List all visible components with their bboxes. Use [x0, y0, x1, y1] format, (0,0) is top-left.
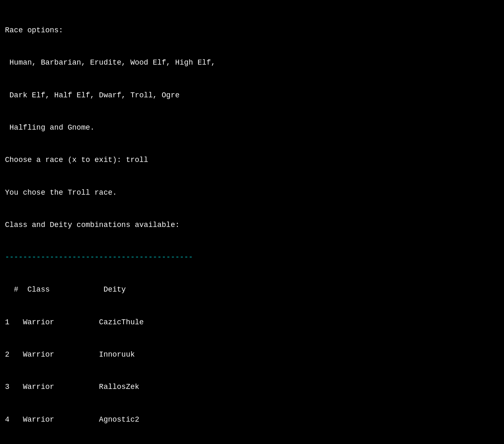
- line-class-deity-header: Class and Deity combinations available:: [5, 220, 499, 230]
- line-option-3: 3 Warrior RallosZek: [5, 381, 499, 392]
- line-chose-race: You chose the Troll race.: [5, 187, 499, 198]
- line-option-2: 2 Warrior Innoruuk: [5, 349, 499, 360]
- line-races-1: Human, Barbarian, Erudite, Wood Elf, Hig…: [5, 57, 499, 68]
- line-table-header: # Class Deity: [5, 284, 499, 295]
- line-race-options: Race options:: [5, 25, 499, 36]
- line-option-1: 1 Warrior CazicThule: [5, 317, 499, 328]
- line-option-4: 4 Warrior Agnostic2: [5, 414, 499, 425]
- line-choose-race: Choose a race (x to exit): troll: [5, 154, 499, 165]
- line-separator: ----------------------------------------…: [5, 252, 499, 263]
- line-races-3: Halfling and Gnome.: [5, 122, 499, 133]
- line-races-2: Dark Elf, Half Elf, Dwarf, Troll, Ogre: [5, 90, 499, 101]
- terminal-output: Race options: Human, Barbarian, Erudite,…: [5, 3, 499, 444]
